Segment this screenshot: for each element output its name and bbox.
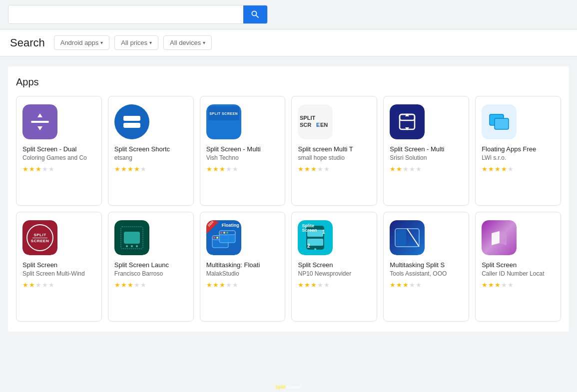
star-5: ★ [140,165,146,173]
star-2: ★ [304,165,310,173]
app-dev-3: Vish Techno [206,154,279,161]
svg-rect-7 [400,114,415,129]
star-2: ★ [396,165,402,173]
star-2: ★ [396,281,402,289]
app-card-10[interactable]: 1 2 Splite Screen Split Screen NP10 News… [291,212,377,322]
star-3: ★ [127,165,133,173]
star-4: ★ [42,281,48,289]
app-name-5: Split Screen - Multi [390,145,463,153]
all-devices-chevron: ▾ [203,40,205,45]
app-card-1[interactable]: Split Screen - Dual Coloring Games and C… [16,96,102,206]
star-1: ★ [482,165,488,173]
star-3: ★ [403,281,409,289]
app-icon-2 [114,104,149,139]
star-1: ★ [114,165,120,173]
search-box: Split Screen Multitasking [8,5,268,24]
app-stars-8: ★ ★ ★ ★ ★ [114,281,146,289]
star-5: ★ [416,281,422,289]
app-stars-9: ★ ★ ★ ★ ★ [206,281,238,289]
star-3: ★ [403,165,409,173]
search-title: Search [10,36,45,49]
app-stars-6: ★ ★ ★ ★ ★ [482,165,514,173]
star-3: ★ [495,165,501,173]
app-dev-11: Tools Assistant, OOO [390,270,463,277]
app-card-12[interactable]: Split Screen Split Screen Caller ID Numb… [475,212,561,322]
star-2: ★ [121,165,127,173]
svg-point-24 [223,232,225,234]
star-3: ★ [219,165,225,173]
svg-rect-34 [396,230,406,246]
app-card-8[interactable]: Split Screen Launc Francisco Barroso ★ ★… [108,212,194,322]
app-dev-12: Caller ID Number Locat [482,270,555,277]
app-dev-5: Srisri Solution [390,154,463,161]
section-title: Apps [16,76,561,88]
star-3: ★ [311,281,317,289]
star-5: ★ [48,281,54,289]
star-2: ★ [213,165,219,173]
svg-text:SPLIT: SPLIT [300,115,315,121]
app-icon-5 [390,104,425,139]
app-name-3: Split Screen - Multi [206,145,279,153]
app-card-7[interactable]: SPLIT SCREEN Split Screen Split Screen M… [16,212,102,322]
app-stars-12: ★ ★ ★ ★ ★ [482,281,514,289]
apps-grid-row1: Split Screen - Dual Coloring Games and C… [16,96,561,206]
search-input[interactable]: Split Screen Multitasking [8,6,243,23]
app-name-7: Split Screen [22,261,95,269]
star-2: ★ [29,165,35,173]
app-card-2[interactable]: Split Screen Shortc etsang ★ ★ ★ ★ ★ [108,96,194,206]
app-dev-6: LWi s.r.o. [482,154,555,161]
star-5: ★ [324,281,330,289]
star-4: ★ [501,281,507,289]
android-apps-filter[interactable]: Android apps ▾ [54,35,110,50]
all-prices-label: All prices [121,39,147,46]
app-card-11[interactable]: Multitasking Split S Tools Assistant, OO… [383,212,469,322]
app-card-9[interactable]: 2020 2020 [200,212,286,322]
all-prices-chevron: ▾ [149,40,152,45]
search-icon [250,9,260,19]
star-1: ★ [390,281,396,289]
svg-text:E: E [316,122,320,128]
app-dev-7: Split Screen Multi-Wind [22,270,95,277]
app-icon-12: Split Screen [482,220,517,255]
app-name-12: Split Screen [482,261,555,269]
app-icon-11 [390,220,425,255]
app-icon-7: SPLIT SCREEN [22,220,57,255]
svg-point-18 [213,237,215,239]
app-card-6[interactable]: Floating Apps Free LWi s.r.o. ★ ★ ★ ★ ★ [475,96,561,206]
search-button[interactable] [243,5,267,23]
star-4: ★ [409,281,415,289]
star-5: ★ [508,281,514,289]
app-card-4[interactable]: SPLIT SCR E EN Split screen Multi T smal… [291,96,377,206]
star-4: ★ [134,281,140,289]
star-4: ★ [42,165,48,173]
app-stars-4: ★ ★ ★ ★ ★ [298,165,330,173]
app-icon-3: SPLIT SCREEN [206,104,241,139]
svg-point-25 [226,232,228,234]
star-3: ★ [127,281,133,289]
app-name-4: Split screen Multi T [298,145,371,153]
app-card-3[interactable]: SPLIT SCREEN Split Screen - Multi Vish T… [200,96,286,206]
star-5: ★ [324,165,330,173]
svg-text:SCR: SCR [300,122,311,128]
all-devices-filter[interactable]: All devices ▾ [163,35,212,50]
app-dev-8: Francisco Barroso [114,270,187,277]
star-3: ★ [219,281,225,289]
app-dev-10: NP10 Newsprovider [298,270,371,277]
star-1: ★ [206,281,212,289]
svg-rect-2 [123,123,140,128]
app-card-5[interactable]: Split Screen - Multi Srisri Solution ★ ★… [383,96,469,206]
app-icon-6 [482,104,517,139]
svg-text:2: 2 [307,243,310,249]
star-3: ★ [35,281,41,289]
top-bar: Split Screen Multitasking [0,0,577,29]
star-1: ★ [22,281,28,289]
star-4: ★ [226,165,232,173]
all-prices-filter[interactable]: All prices ▾ [114,35,158,50]
svg-point-29 [314,248,316,250]
main-content: Apps Split Screen - Dual Coloring Games … [8,66,569,332]
app-stars-10: ★ ★ ★ ★ ★ [298,281,330,289]
app-icon-10: 1 2 Splite Screen [298,220,333,255]
star-1: ★ [298,281,304,289]
star-2: ★ [213,281,219,289]
app-name-9: Multitasking: Floati [206,261,279,269]
